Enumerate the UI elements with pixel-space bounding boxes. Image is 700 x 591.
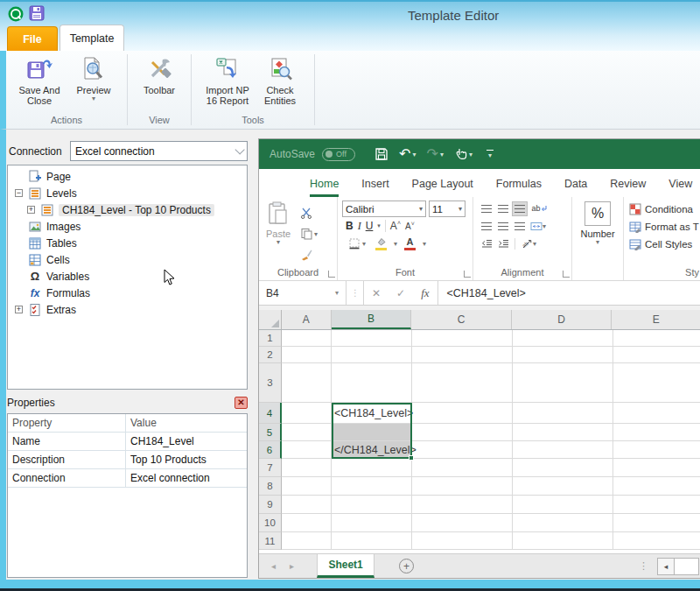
cell-B2[interactable]	[332, 347, 412, 363]
tab-page-layout[interactable]: Page Layout	[412, 178, 473, 197]
align-middle-button[interactable]	[495, 201, 511, 216]
cell-D2[interactable]	[513, 347, 613, 363]
conditional-formatting-button[interactable]: Conditiona	[624, 201, 700, 218]
tree-item-variables[interactable]: Ω Variables	[8, 268, 247, 285]
touch-mode-button[interactable]: ▾	[454, 147, 472, 161]
cell-D9[interactable]	[513, 496, 613, 514]
tree-item-extras[interactable]: + Extras	[8, 301, 247, 318]
row-header-4[interactable]: 4	[259, 403, 282, 424]
scroll-track[interactable]	[675, 558, 699, 575]
dialog-launcher-icon[interactable]	[328, 271, 335, 278]
undo-button[interactable]: ↶ ▾	[399, 148, 416, 160]
col-header-B[interactable]: B	[332, 310, 412, 329]
save-icon[interactable]	[29, 5, 45, 21]
align-left-button[interactable]	[479, 219, 494, 234]
cell-C1[interactable]	[412, 330, 513, 347]
cell-D6[interactable]	[513, 441, 613, 459]
copy-button[interactable]: ▾	[298, 227, 320, 242]
paste-button[interactable]: Paste ▾	[259, 201, 298, 267]
enter-icon[interactable]: ✓	[388, 287, 413, 299]
cell-B9[interactable]	[332, 496, 412, 514]
number-format-button[interactable]: % Number ▾	[572, 201, 623, 245]
align-right-button[interactable]	[512, 219, 528, 234]
cut-button[interactable]	[298, 206, 320, 221]
col-header-C[interactable]: C	[411, 310, 512, 329]
expand-icon[interactable]: +	[27, 206, 35, 214]
cell-A11[interactable]	[282, 532, 332, 550]
cell-B6[interactable]: </CH184_Level>	[332, 441, 412, 459]
sheetbar-drag-dots[interactable]: ⋮	[630, 560, 657, 572]
italic-button[interactable]: I	[358, 220, 361, 233]
next-sheet-icon[interactable]: ▸	[290, 561, 294, 571]
property-row-description[interactable]: Description Top 10 Products	[8, 451, 247, 469]
row-header-2[interactable]: 2	[259, 347, 282, 363]
cell-C6[interactable]	[412, 441, 513, 459]
cell-B3[interactable]	[332, 363, 412, 403]
row-header-11[interactable]: 11	[259, 532, 282, 550]
tree-item-ch184-level[interactable]: + CH184_Level - Top 10 Products	[8, 201, 247, 218]
cell-E2[interactable]	[613, 347, 700, 363]
tab-home[interactable]: Home	[310, 178, 339, 197]
cell-D7[interactable]	[513, 459, 613, 477]
row-header-8[interactable]: 8	[259, 477, 282, 496]
cell-D10[interactable]	[513, 514, 613, 532]
cell-A3[interactable]	[282, 363, 332, 403]
cell-A5[interactable]	[282, 424, 332, 441]
scroll-left-icon[interactable]: ◂	[657, 558, 675, 575]
collapse-icon[interactable]: −	[15, 189, 23, 197]
cell-D5[interactable]	[513, 424, 613, 441]
cell-A4[interactable]	[282, 403, 332, 424]
cell-A6[interactable]	[282, 441, 332, 459]
import-np16-button[interactable]: Import NP 16 Report	[200, 56, 255, 106]
cell-B7[interactable]	[332, 459, 412, 477]
bold-button[interactable]: B	[346, 220, 354, 232]
select-all-corner[interactable]	[259, 310, 282, 329]
row-header-1[interactable]: 1	[259, 330, 282, 347]
tree-item-levels[interactable]: − Levels	[8, 185, 247, 201]
dialog-launcher-icon[interactable]	[563, 271, 570, 278]
format-painter-button[interactable]	[298, 248, 320, 263]
prev-sheet-icon[interactable]: ◂	[271, 561, 276, 571]
cell-B4[interactable]: <CH184_Level>	[332, 403, 412, 424]
format-as-table-button[interactable]: Format as T	[624, 218, 700, 236]
col-header-A[interactable]: A	[282, 310, 332, 329]
cell-A10[interactable]	[282, 514, 332, 532]
decrease-indent-button[interactable]	[479, 236, 494, 251]
cell-A1[interactable]	[282, 330, 332, 347]
sheet-tab-sheet1[interactable]: Sheet1	[317, 554, 374, 578]
cell-B1[interactable]	[332, 330, 412, 347]
new-sheet-button[interactable]: +	[399, 559, 414, 573]
row-header-9[interactable]: 9	[259, 496, 282, 514]
font-name-select[interactable]: Calibri ▾	[342, 201, 426, 217]
cell-B8[interactable]	[332, 477, 412, 496]
cell-D1[interactable]	[513, 330, 613, 347]
tab-review[interactable]: Review	[610, 178, 646, 197]
cell-B5[interactable]	[332, 424, 412, 441]
cell-A9[interactable]	[282, 496, 332, 514]
dialog-launcher-icon[interactable]	[464, 271, 471, 278]
cell-D3[interactable]	[513, 363, 613, 403]
tab-template[interactable]: Template	[60, 25, 124, 51]
borders-button[interactable]: ▾	[346, 236, 368, 251]
redo-button[interactable]: ↷ ▾	[426, 148, 443, 160]
cell-D8[interactable]	[513, 477, 613, 496]
align-top-button[interactable]	[479, 201, 494, 216]
tree-item-cells[interactable]: Cells	[8, 251, 247, 268]
cell-C7[interactable]	[412, 459, 513, 477]
row-header-6[interactable]: 6	[259, 441, 282, 459]
insert-function-icon[interactable]: fx	[413, 281, 438, 305]
row-header-3[interactable]: 3	[259, 363, 282, 403]
customize-qat-button[interactable]: ▾	[486, 150, 494, 159]
cell-B10[interactable]	[332, 514, 412, 532]
font-color-button[interactable]: A	[402, 236, 418, 251]
name-box[interactable]: B4 ▾	[259, 281, 346, 305]
tab-insert[interactable]: Insert	[361, 178, 388, 197]
preview-button[interactable]: Preview ▾	[66, 56, 121, 102]
horizontal-scrollbar[interactable]: ◂	[657, 558, 699, 575]
cancel-icon[interactable]: ✕	[364, 287, 388, 299]
cell-C5[interactable]	[412, 424, 513, 441]
cell-E8[interactable]	[613, 477, 700, 496]
row-header-5[interactable]: 5	[259, 424, 282, 441]
underline-button[interactable]: U	[366, 220, 374, 232]
check-entities-button[interactable]: Check Entities	[255, 56, 305, 106]
